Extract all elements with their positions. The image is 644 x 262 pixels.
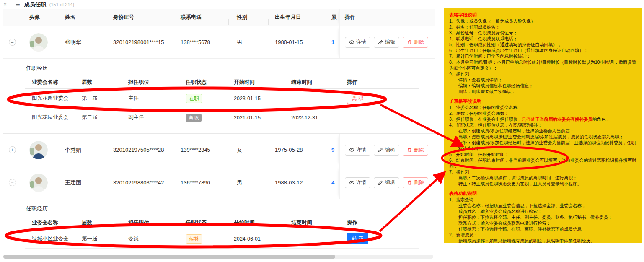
panel-line: 1、头像：成员头像（一般为成员人脸头像）	[449, 18, 638, 24]
member-gender: 男	[228, 39, 268, 46]
delete-button[interactable]: 删除	[403, 145, 428, 156]
status-badge: 在职	[186, 94, 202, 103]
panel-text: 6、结束时间：任职结束时间，非当前届业委会可以填写，当前业委会的通过离职按钮操作…	[449, 158, 636, 169]
collapse-row-button[interactable]: −	[9, 39, 16, 46]
panel-text: 4、联系电话：任职成员联系电话；	[449, 36, 517, 41]
scrollbar-thumb[interactable]	[3, 255, 335, 259]
col-header-birth: 出生年月日	[268, 14, 329, 21]
panel-text: 在职：创建成员/添加任职经历时，选择的业委会为当前届；	[458, 128, 574, 133]
delete-button[interactable]: 删除	[403, 177, 428, 188]
menu-icon[interactable]: ☰	[16, 2, 20, 8]
committee-name: 阳光花园业委会	[25, 114, 75, 121]
start-date: 2023-01-15	[227, 96, 284, 101]
eye-icon	[349, 39, 354, 45]
panel-text: 业委会名称：根据历届业委会信息，下拉选择全部、业委会名称；	[458, 203, 586, 208]
col-header-actions: 操作	[339, 9, 435, 26]
status-badge: 离职	[186, 114, 202, 122]
avatar	[29, 141, 48, 159]
panel-text: 5、开始时间：任职开始时间；	[449, 152, 509, 157]
avatar	[29, 33, 48, 52]
close-icon[interactable]: ×	[0, 1, 10, 8]
panel-line: 编辑：编辑成员信息和任职经历信息；	[449, 83, 638, 88]
panel-section-title: 表格功能说明	[449, 190, 638, 197]
delete-button[interactable]: 删除	[403, 37, 428, 48]
panel-text: 离职：二次确认离职操作，填写成员的离职时间，进行离职；	[458, 175, 577, 180]
term-number: 第二届	[75, 114, 122, 121]
committee-name: 绿城小区业委会	[25, 235, 75, 242]
trash-icon	[407, 39, 412, 45]
panel-text: 删除：删除需要做二次确认；	[458, 89, 516, 94]
panel-line: 1、搜索查询	[449, 197, 638, 202]
detail-button[interactable]: 详情	[345, 37, 370, 48]
col-header-avatar: 头像	[21, 14, 58, 21]
member-position-page: × ☰ 成员任职 (151 of 214) 头像 姓名 身份证号 联系电话 性别…	[0, 0, 644, 262]
panel-section: 表格字段说明1、头像：成员头像（一般为成员人脸头像）2、姓名：任职成员姓名；3、…	[449, 12, 638, 94]
panel-section: 子表格字段说明1、业委会名称：任职的业委会名称；2、届数：任职的业委会届数；3、…	[449, 98, 638, 187]
edit-icon	[378, 39, 383, 45]
help-panel: 表格字段说明1、头像：成员头像（一般为成员人脸头像）2、姓名：任职成员姓名；3、…	[444, 8, 642, 243]
panel-text: 候补：创建成员/添加任职经历时，选择的业委会为当前届，且选择的职位为候补委员，任…	[458, 140, 636, 151]
panel-line: 联系方式：输入业委会成员联系电话进行检索；	[449, 220, 638, 226]
panel-text: 3、担任职位：在业委会中担任职位，	[449, 117, 522, 122]
panel-line: 转正：转正成员任职状态变更为在职，且人员可登录到小程序。	[449, 181, 638, 187]
horizontal-scrollbar[interactable]	[3, 255, 433, 259]
panel-line: 成员姓名：输入业委会成员名称进行检索；	[449, 208, 638, 214]
member-gender: 女	[228, 146, 268, 154]
members-table: 头像 姓名 身份证号 联系电话 性别 出生年月日 累 操作 − 张明华 3201…	[3, 9, 435, 254]
table-row: + 李秀娟 320102197505****28 139****2345 女 1…	[3, 134, 435, 166]
expand-row-button[interactable]: +	[9, 146, 16, 153]
member-id: 320102198803****42	[106, 179, 174, 186]
panel-line: 7、累计已学时间：已学习的总时长统计；	[449, 53, 638, 59]
table-row: − 王建国 320102198803****42 136****7890 男 1…	[3, 166, 435, 199]
panel-line: 3、担任职位：在业委会中担任职位，只有处于当前届的业委会有候补委员的角色；	[449, 116, 638, 122]
panel-line: 2、姓名：任职成员姓名；	[449, 24, 638, 30]
detail-button[interactable]: 详情	[345, 145, 370, 156]
panel-text: 当前届的业委会有候补委员	[540, 117, 592, 122]
edit-button[interactable]: 编辑	[374, 177, 399, 188]
panel-text: 担任职位：下拉选择全部、主任、副主任、委员、财务、执行秘书、候补委员；	[458, 215, 613, 220]
trash-icon	[407, 180, 412, 185]
edit-icon	[378, 147, 383, 153]
history-row: 阳光花园业委会 第二届 副主任 离职 2021-01-15 2022-12-31	[25, 108, 419, 127]
panel-text: 2、姓名：任职成员姓名；	[449, 24, 500, 29]
record-count: (151 of 214)	[49, 2, 74, 7]
resign-button[interactable]: 离 职	[347, 93, 368, 104]
member-name: 张明华	[58, 39, 106, 46]
edit-icon	[378, 180, 383, 185]
edit-button[interactable]: 编辑	[374, 145, 399, 156]
expanded-history-section: 任职经历 业委会名称 届数 担任职位 任职状态 开始时间 结束时间 操作 绿城小…	[3, 199, 435, 254]
member-name: 王建国	[58, 179, 106, 187]
panel-text: 3、身份证号：任职成员身份证号；	[449, 30, 517, 35]
panel-line: 2、届数：任职的业委会届数；	[449, 110, 638, 116]
member-birth: 1980-01-15	[268, 39, 329, 45]
position: 副主任	[122, 114, 179, 121]
panel-line: 新增成员操作；如果只新增现有成员的职位，从编辑中添加任职经历。	[449, 238, 638, 243]
col-header-name: 姓名	[58, 14, 106, 21]
detail-button[interactable]: 详情	[345, 177, 370, 188]
panel-line: 4、任职状态：担任职位状态，在职/离职/候补；	[449, 122, 638, 128]
history-row: 阳光花园业委会 第三届 主任 在职 2023-01-15 离 职	[25, 89, 419, 108]
member-id: 320102197505****28	[106, 147, 174, 153]
panel-line: 在职：创建成员/添加任职经历时，选择的业委会为当前届；	[449, 128, 638, 134]
panel-text: 7、累计已学时间：已学习的总时长统计；	[449, 54, 531, 59]
panel-text: 只有处于	[522, 117, 540, 122]
edit-button[interactable]: 编辑	[374, 37, 399, 48]
member-phone: 138****5678	[174, 39, 228, 45]
panel-text: 成员姓名：输入业委会成员名称进行检索；	[458, 209, 542, 214]
panel-line: 离职：点击成员离职按钮/业委会到期换届/添加往届成员，成员的任职状态都为离职；	[449, 134, 638, 140]
panel-line: 3、身份证号：任职成员身份证号；	[449, 30, 638, 36]
member-birth: 1975-05-28	[268, 147, 329, 153]
panel-text: 8、本月学习时间/目标：本月已学的总时长统计/目标时长（目标时长默认为10小时/…	[449, 60, 636, 70]
promote-button[interactable]: 转 正	[347, 233, 368, 244]
avatar	[29, 174, 48, 192]
start-date: 2024-06-01	[227, 236, 284, 242]
row-actions: 详情 编辑 删除	[339, 26, 435, 58]
collapse-row-button[interactable]: −	[9, 179, 16, 186]
committee-name: 阳光花园业委会	[25, 95, 75, 102]
history-subtable: 业委会名称 届数 担任职位 任职状态 开始时间 结束时间 操作 绿城小区业委会 …	[25, 217, 419, 249]
history-subtable: 业委会名称 届数 担任职位 任职状态 开始时间 结束时间 操作 阳光花园业委会 …	[25, 76, 419, 127]
subtable-header-row: 业委会名称 届数 担任职位 任职状态 开始时间 结束时间 操作	[25, 76, 419, 89]
panel-text: 任职状态：下拉选择全部、在职、离职、候补状态下的成员信息	[458, 226, 582, 231]
panel-text: 5、性别：任职成员性别（通过填写的身份证自动回填）；	[449, 42, 561, 47]
subtable-title: 任职经历	[25, 65, 435, 72]
